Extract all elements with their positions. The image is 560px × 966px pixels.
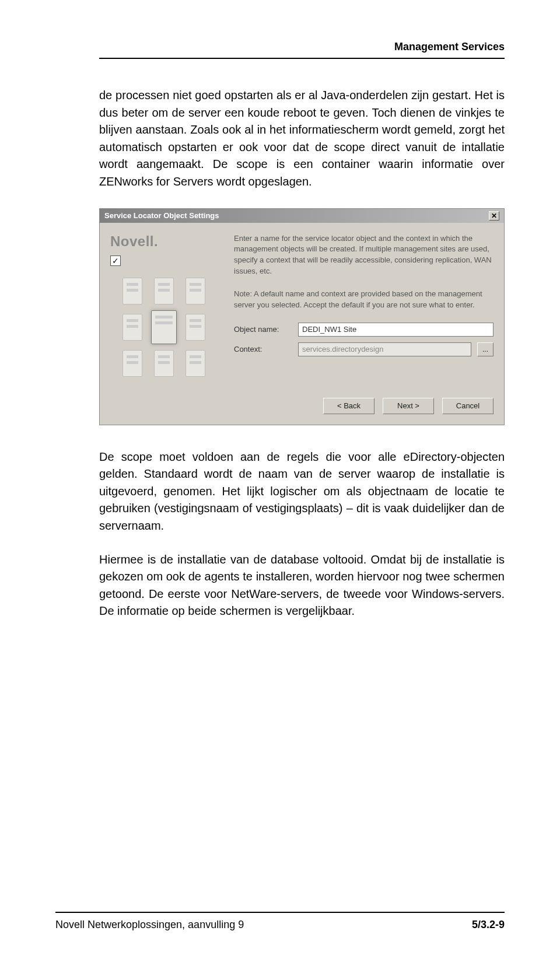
checkbox-icon[interactable]: ✓ (110, 256, 121, 266)
brand-logo: Novell. (110, 233, 221, 250)
server-icon (123, 314, 142, 341)
dialog-title: Service Locator Object Settings (104, 211, 219, 220)
server-icon (186, 314, 205, 341)
server-icon (186, 350, 205, 377)
dialog-description-2: Note: A default name and context are pro… (234, 289, 494, 311)
page-header: Management Services (99, 41, 505, 59)
server-icon (123, 350, 142, 377)
object-name-input[interactable] (298, 323, 494, 337)
body-paragraph-2: De scope moet voldoen aan de regels die … (99, 449, 505, 535)
server-grid-graphic (110, 278, 221, 380)
dialog-description-1: Enter a name for the service locator obj… (234, 233, 494, 277)
server-icon (154, 350, 174, 377)
close-icon[interactable]: ✕ (489, 211, 499, 220)
dialog-window: Service Locator Object Settings ✕ Novell… (99, 208, 505, 425)
dialog-titlebar: Service Locator Object Settings ✕ (100, 209, 504, 223)
server-icon-selected (151, 310, 177, 344)
dialog-sidebar: Novell. ✓ (110, 233, 221, 380)
context-input[interactable] (298, 342, 471, 356)
dialog-screenshot: Service Locator Object Settings ✕ Novell… (99, 208, 505, 425)
server-icon (154, 278, 174, 304)
server-icon (186, 278, 205, 304)
body-paragraph-3: Hiermee is de installatie van de databas… (99, 551, 505, 620)
footer-left: Novell Netwerkoplossingen, aanvulling 9 (55, 919, 244, 931)
footer-page-number: 5/3.2-9 (472, 919, 505, 931)
body-paragraph-1: de processen niet goed opstarten als er … (99, 87, 505, 191)
context-label: Context: (234, 345, 292, 354)
page-footer: Novell Netwerkoplossingen, aanvulling 9 … (55, 912, 505, 931)
cancel-button[interactable]: Cancel (442, 398, 494, 414)
back-button[interactable]: < Back (323, 398, 374, 414)
next-button[interactable]: Next > (383, 398, 434, 414)
object-name-label: Object name: (234, 325, 292, 334)
browse-button[interactable]: ... (477, 342, 494, 356)
server-icon (123, 278, 142, 304)
